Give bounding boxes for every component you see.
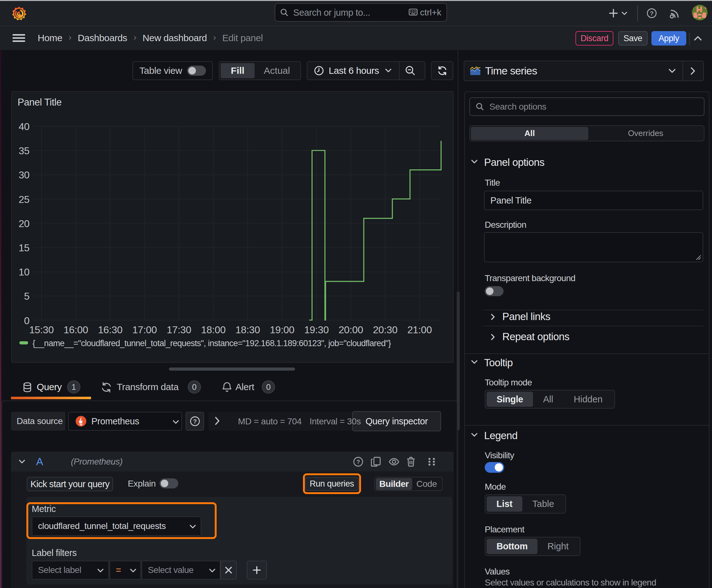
svg-text:0: 0	[24, 315, 29, 327]
svg-text:16:30: 16:30	[98, 324, 123, 335]
svg-text:30: 30	[19, 169, 29, 181]
svg-text:20: 20	[19, 218, 29, 229]
svg-text:25: 25	[19, 194, 29, 205]
svg-text:5: 5	[24, 291, 29, 302]
svg-text:18:00: 18:00	[201, 324, 225, 335]
svg-text:35: 35	[19, 145, 29, 156]
svg-text:20:00: 20:00	[339, 324, 363, 335]
svg-text:15:30: 15:30	[29, 324, 54, 335]
svg-text:19:30: 19:30	[304, 324, 329, 335]
svg-text:21:00: 21:00	[407, 324, 432, 335]
svg-text:{__name__="cloudflared_tunnel_: {__name__="cloudflared_tunnel_total_requ…	[33, 339, 391, 348]
svg-text:40: 40	[19, 121, 29, 132]
svg-text:17:00: 17:00	[132, 324, 157, 335]
svg-text:16:00: 16:00	[63, 324, 88, 335]
svg-text:18:30: 18:30	[235, 324, 260, 335]
svg-text:?: ?	[356, 458, 360, 465]
svg-text:15: 15	[19, 242, 29, 253]
svg-text:19:00: 19:00	[270, 324, 294, 335]
svg-text:20:30: 20:30	[373, 324, 397, 335]
svg-text:17:30: 17:30	[167, 324, 191, 335]
svg-text:?: ?	[193, 418, 197, 425]
svg-text:10: 10	[19, 266, 29, 278]
svg-text:?: ?	[650, 10, 654, 17]
